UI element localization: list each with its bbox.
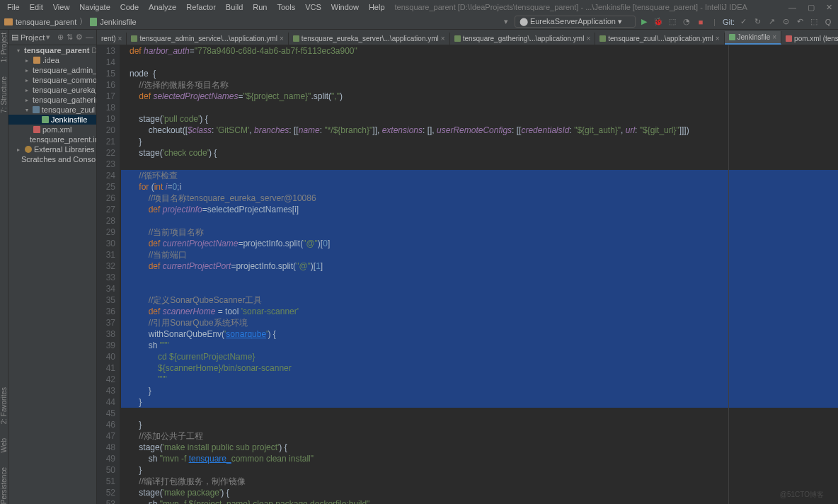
- minimize-icon[interactable]: —: [786, 3, 799, 12]
- code-line[interactable]: }: [121, 464, 838, 476]
- git-history-icon[interactable]: ⊙: [780, 16, 791, 28]
- menu-vcs[interactable]: VCS: [301, 1, 326, 13]
- code-line[interactable]: //项目名称tensquare_eureka_server@10086: [121, 193, 838, 204]
- code-line[interactable]: [121, 57, 838, 68]
- editor-tab[interactable]: tensquare_zuul\...\application.yml×: [595, 33, 724, 45]
- tab-close-icon[interactable]: ×: [441, 35, 445, 42]
- code-line[interactable]: for (int i=0;i: [121, 181, 838, 193]
- menu-run[interactable]: Run: [248, 1, 271, 13]
- code-line[interactable]: [121, 408, 838, 419]
- git-push-icon[interactable]: ↗: [766, 16, 777, 28]
- menu-view[interactable]: View: [49, 1, 74, 13]
- code-line[interactable]: [121, 215, 838, 227]
- run-config-dropdown[interactable]: ⬤ EurekaServerApplication ▾: [515, 16, 636, 28]
- menu-refactor[interactable]: Refactor: [182, 1, 220, 13]
- tree-item[interactable]: ▸External Libraries: [8, 144, 96, 154]
- editor-tab[interactable]: pom.xml (tensquare_admin_service)×: [781, 33, 838, 45]
- search-icon[interactable]: ⬚: [808, 16, 820, 28]
- expand-all-icon[interactable]: ⇅: [67, 33, 73, 42]
- stop-icon[interactable]: ■: [695, 16, 706, 28]
- code-line[interactable]: stage('check code') {: [121, 147, 838, 159]
- code-content[interactable]: def harbor_auth="778a9460-c68d-4ab6-ab7f…: [120, 45, 838, 504]
- code-line[interactable]: sh "mvn -f ${project_name} clean package…: [121, 498, 838, 504]
- code-line[interactable]: //循环检查: [121, 170, 838, 181]
- menu-analyze[interactable]: Analyze: [144, 1, 180, 13]
- editor-tab[interactable]: Jenkinsfile×: [725, 31, 782, 45]
- tab-close-icon[interactable]: ×: [586, 35, 590, 42]
- code-line[interactable]: //定义SonarQubeScanner工具: [121, 294, 838, 306]
- code-line[interactable]: [121, 283, 838, 294]
- git-revert-icon[interactable]: ↶: [794, 16, 805, 28]
- select-opened-icon[interactable]: ⊕: [57, 33, 64, 42]
- code-line[interactable]: def selectedProjectNames="${project_name…: [121, 91, 838, 102]
- profile-icon[interactable]: ◔: [681, 16, 692, 28]
- code-line[interactable]: sh "mvn -f tensquare_common clean instal…: [121, 453, 838, 464]
- code-line[interactable]: }: [121, 419, 838, 430]
- tree-item[interactable]: ▸.idea: [8, 55, 96, 65]
- tab-close-icon[interactable]: ×: [280, 35, 284, 42]
- code-line[interactable]: //选择的微服务项目名称: [121, 79, 838, 91]
- menu-tools[interactable]: Tools: [272, 1, 299, 13]
- structure-tool-button[interactable]: 7: Structure: [0, 76, 8, 113]
- menu-code[interactable]: Code: [116, 1, 143, 13]
- git-commit-icon[interactable]: ↻: [752, 16, 763, 28]
- code-line[interactable]: def currentProjectPort=projectInfo.split…: [121, 260, 838, 272]
- build-icon[interactable]: ▾: [500, 16, 512, 28]
- breadcrumb-file[interactable]: Jenkinsfile: [100, 18, 136, 26]
- editor-tab[interactable]: rent)×: [97, 33, 127, 45]
- code-line[interactable]: checkout([$class: 'GitSCM', branches: [[…: [121, 125, 838, 136]
- close-icon[interactable]: ✕: [823, 3, 835, 12]
- code-line[interactable]: sh """: [121, 340, 838, 351]
- tree-root[interactable]: ▾ tensquare_parent D:\IdeaPro: [8, 45, 96, 55]
- editor-tab[interactable]: tensquare_eureka_server\...\application.…: [289, 33, 450, 45]
- tree-item[interactable]: Scratches and Consoles: [8, 154, 96, 164]
- code-line[interactable]: //编译打包微服务，制作镜像: [121, 476, 838, 487]
- hide-icon[interactable]: —: [86, 33, 93, 42]
- tree-item[interactable]: ▸tensquare_admin_service: [8, 65, 96, 75]
- git-update-icon[interactable]: ✓: [737, 16, 749, 28]
- code-line[interactable]: [121, 272, 838, 283]
- editor-tab[interactable]: tensquare_admin_service\...\application.…: [127, 33, 288, 45]
- code-line[interactable]: [121, 102, 838, 113]
- favorites-tool-button[interactable]: 2: Favorites: [0, 387, 8, 424]
- code-line[interactable]: def harbor_auth="778a9460-c68d-4ab6-ab7f…: [121, 45, 838, 57]
- code-line[interactable]: //引用SonarQube系统环境: [121, 317, 838, 328]
- menu-help[interactable]: Help: [365, 1, 389, 13]
- editor-tab[interactable]: tensquare_gathering\...\application.yml×: [450, 33, 596, 45]
- coverage-icon[interactable]: ⬚: [667, 16, 678, 28]
- breadcrumb-root[interactable]: tensquare_parent: [16, 18, 76, 26]
- project-tool-button[interactable]: 1: Project: [0, 33, 8, 62]
- code-editor[interactable]: 1314151617181920212223242526272829303132…: [97, 45, 838, 504]
- menu-navigate[interactable]: Navigate: [75, 1, 114, 13]
- code-line[interactable]: }: [121, 136, 838, 147]
- code-line[interactable]: stage('make package') {: [121, 487, 838, 498]
- code-line[interactable]: """: [121, 374, 838, 385]
- code-line[interactable]: //当前项目名称: [121, 227, 838, 238]
- tree-item[interactable]: ▾tensquare_zuul: [8, 105, 96, 115]
- code-line[interactable]: ${scannerHome}/bin/sonar-scanner: [121, 362, 838, 374]
- code-line[interactable]: stage('pull code') {: [121, 113, 838, 125]
- code-line[interactable]: def currentProjectName=projectInfo.split…: [121, 238, 838, 249]
- code-line[interactable]: }: [121, 385, 838, 396]
- code-line[interactable]: def projectInfo=selectedProjectNames[i]: [121, 204, 838, 215]
- debug-icon[interactable]: 🐞: [653, 16, 664, 28]
- menu-window[interactable]: Window: [327, 1, 363, 13]
- code-line[interactable]: }: [121, 396, 838, 408]
- code-line[interactable]: stage('make install public sub project')…: [121, 442, 838, 453]
- tree-item[interactable]: ▸tensquare_eureka_server: [8, 85, 96, 95]
- settings-icon[interactable]: Q: [822, 16, 834, 28]
- tree-item[interactable]: tensquare_parent.iml: [8, 134, 96, 144]
- tab-close-icon[interactable]: ×: [716, 35, 720, 42]
- maximize-icon[interactable]: ▢: [805, 3, 817, 12]
- code-line[interactable]: [121, 159, 838, 170]
- tree-item[interactable]: ▸tensquare_common: [8, 75, 96, 85]
- code-line[interactable]: //当前端口: [121, 249, 838, 260]
- code-line[interactable]: //添加公共子工程: [121, 430, 838, 442]
- persistence-tool-button[interactable]: Persistence: [0, 467, 8, 504]
- tree-item[interactable]: pom.xml: [8, 125, 96, 134]
- code-line[interactable]: withSonarQubeEnv('sonarqube') {: [121, 328, 838, 340]
- tab-close-icon[interactable]: ×: [772, 33, 776, 41]
- tab-close-icon[interactable]: ×: [118, 35, 122, 42]
- menu-file[interactable]: File: [3, 1, 24, 13]
- menu-build[interactable]: Build: [222, 1, 247, 13]
